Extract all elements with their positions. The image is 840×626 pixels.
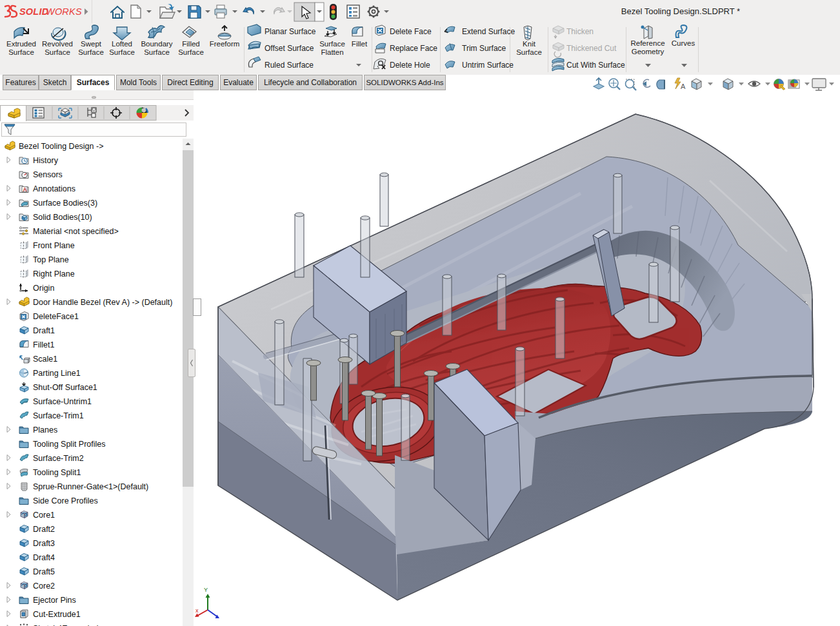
svg-text:Surface-Trim1: Surface-Trim1 (33, 411, 84, 420)
svg-text:Front Plane: Front Plane (33, 241, 75, 250)
svg-text:Surface-Trim2: Surface-Trim2 (33, 454, 84, 463)
svg-text:Ejector Pins: Ejector Pins (33, 596, 76, 605)
svg-text:Surface-Untrim1: Surface-Untrim1 (33, 397, 92, 406)
svg-text:Scale1: Scale1 (33, 355, 57, 364)
svg-text:Surface Bodies(3): Surface Bodies(3) (33, 199, 97, 208)
svg-text:Draft5: Draft5 (33, 567, 55, 576)
svg-text:History: History (33, 156, 59, 165)
svg-text:Sprue-Runner-Gate<1>(Default): Sprue-Runner-Gate<1>(Default) (33, 482, 148, 491)
svg-text:Origin: Origin (33, 284, 54, 293)
svg-text:Planes: Planes (33, 425, 57, 435)
svg-text:Core1: Core1 (33, 511, 55, 520)
svg-text:Sensors: Sensors (33, 170, 63, 179)
svg-text:A: A (681, 83, 686, 90)
svg-text:Annotations: Annotations (33, 184, 75, 193)
svg-text:Top Plane: Top Plane (33, 255, 69, 264)
svg-text:Sketch4Expanded: Sketch4Expanded (33, 624, 99, 626)
svg-text:Shut-Off Surface1: Shut-Off Surface1 (33, 383, 97, 392)
svg-text:WORKS: WORKS (46, 6, 82, 17)
svg-text:SOLID: SOLID (19, 6, 49, 17)
svg-text:Core2: Core2 (33, 582, 55, 591)
svg-text:DeleteFace1: DeleteFace1 (33, 312, 79, 321)
svg-text:Door Handle Bezel (Rev A) -> (: Door Handle Bezel (Rev A) -> (Default) (33, 298, 172, 307)
svg-text:Tooling Split Profiles: Tooling Split Profiles (33, 440, 106, 449)
svg-text:Right Plane: Right Plane (33, 269, 75, 279)
svg-text:Side Core Profiles: Side Core Profiles (33, 496, 98, 505)
svg-text:x: x (195, 607, 199, 614)
svg-text:Draft1: Draft1 (33, 326, 55, 335)
svg-text:Draft2: Draft2 (33, 525, 55, 534)
svg-text:Solid Bodies(10): Solid Bodies(10) (33, 213, 92, 222)
svg-text:Material <not specified>: Material <not specified> (33, 227, 119, 236)
svg-text:Tooling Split1: Tooling Split1 (33, 468, 81, 477)
svg-text:Fillet1: Fillet1 (33, 340, 54, 349)
svg-text:Y: Y (204, 587, 208, 593)
svg-text:Cut-Extrude1: Cut-Extrude1 (33, 610, 81, 619)
svg-text:Draft4: Draft4 (33, 553, 55, 562)
svg-text:Draft3: Draft3 (33, 539, 55, 548)
svg-text:Parting Line1: Parting Line1 (33, 369, 81, 378)
svg-text:Bezel Tooling Design ->: Bezel Tooling Design -> (19, 142, 103, 151)
